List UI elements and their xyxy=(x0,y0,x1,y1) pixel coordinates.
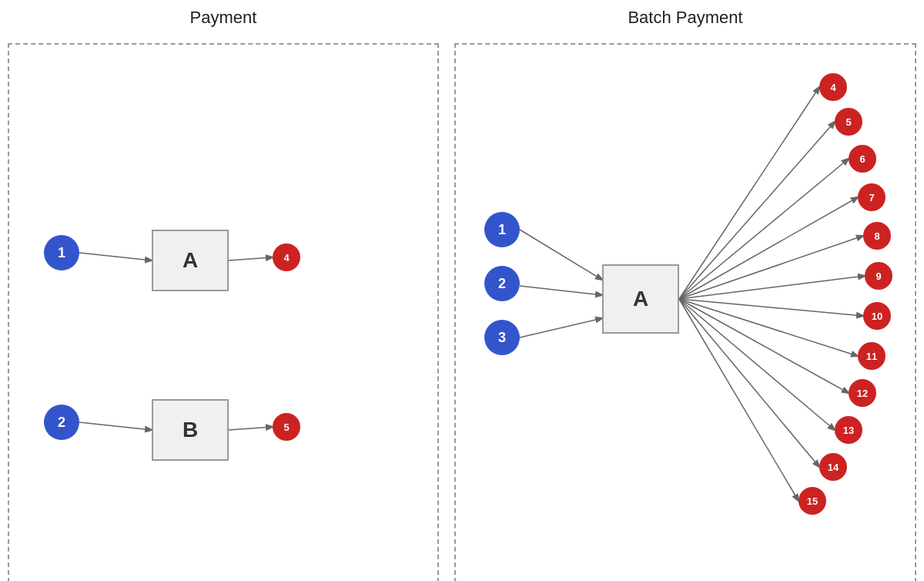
payment-title: Payment xyxy=(8,8,439,28)
batch-payment-title: Batch Payment xyxy=(454,8,916,28)
box-A: A xyxy=(602,264,679,334)
batch-payment-panel: 123A456789101112131415 xyxy=(454,43,916,581)
node-4: 4 xyxy=(819,73,847,101)
node-2: 2 xyxy=(484,266,520,301)
node-4: 4 xyxy=(273,243,300,271)
node-14: 14 xyxy=(819,453,847,481)
svg-line-4 xyxy=(229,427,273,430)
node-11: 11 xyxy=(858,342,886,370)
svg-line-8 xyxy=(520,318,602,338)
batch-payment-diagram: 123A456789101112131415 xyxy=(456,45,915,581)
box-A: A xyxy=(152,230,229,291)
svg-line-16 xyxy=(679,299,858,356)
node-1: 1 xyxy=(44,235,79,270)
svg-line-9 xyxy=(679,87,819,299)
svg-line-18 xyxy=(679,299,835,430)
svg-line-15 xyxy=(679,299,863,316)
node-6: 6 xyxy=(849,145,876,173)
node-1: 1 xyxy=(484,212,520,247)
svg-line-13 xyxy=(679,236,863,299)
node-8: 8 xyxy=(863,222,891,250)
payment-panel: 12AB45 xyxy=(8,43,439,581)
node-3: 3 xyxy=(484,320,520,355)
svg-line-7 xyxy=(520,286,602,295)
svg-line-12 xyxy=(679,197,858,299)
svg-line-17 xyxy=(679,299,849,393)
node-13: 13 xyxy=(835,416,862,444)
node-12: 12 xyxy=(849,379,876,407)
node-15: 15 xyxy=(798,487,826,515)
svg-line-20 xyxy=(679,299,798,501)
node-9: 9 xyxy=(865,262,892,290)
svg-line-10 xyxy=(679,122,835,299)
svg-line-2 xyxy=(229,257,273,260)
node-7: 7 xyxy=(858,183,886,211)
svg-line-19 xyxy=(679,299,819,467)
svg-line-3 xyxy=(79,422,152,430)
node-5: 5 xyxy=(273,413,300,441)
node-5: 5 xyxy=(835,108,862,136)
svg-line-1 xyxy=(79,253,152,260)
svg-line-6 xyxy=(520,230,602,280)
payment-diagram: 12AB45 xyxy=(9,45,437,581)
box-B: B xyxy=(152,399,229,461)
node-10: 10 xyxy=(863,302,891,330)
svg-line-14 xyxy=(679,276,865,299)
node-2: 2 xyxy=(44,405,79,440)
svg-line-11 xyxy=(679,159,849,299)
